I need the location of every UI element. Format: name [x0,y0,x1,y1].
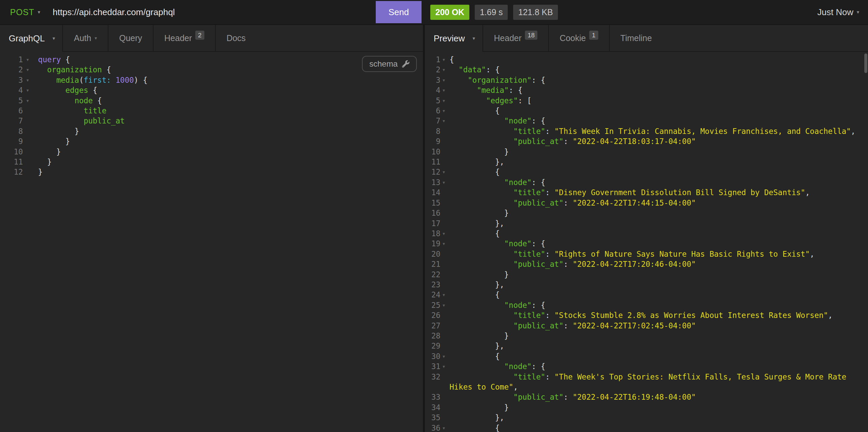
code-content: "node": { [450,361,868,371]
scrollbar-thumb[interactable] [864,54,867,73]
fold-toggle-icon[interactable]: ▾ [440,55,450,65]
schema-button[interactable]: schema [362,56,417,72]
code-content: "public_at": "2022-04-22T16:19:48-04:00" [450,392,868,402]
fold-toggle-icon[interactable]: ▾ [440,85,450,95]
code-content: "public_at": "2022-04-22T17:02:45-04:00" [450,321,868,331]
fold-toggle-icon[interactable]: ▾ [440,290,450,300]
send-button[interactable]: Send [376,1,422,23]
time-badge: 1.69 s [475,5,508,20]
fold-spacer [440,269,450,279]
gutter: 1▾ [425,55,450,65]
response-pane-header: Preview ▾ Header18Cookie1Timeline [425,25,868,52]
response-code: 1▾{2▾ "data": {3▾ "organization": {4▾ "m… [425,55,868,432]
fold-toggle-icon[interactable]: ▾ [440,65,450,75]
fold-spacer [440,310,450,320]
code-line: 12▾ { [425,167,868,177]
fold-toggle-icon[interactable]: ▾ [440,361,450,371]
code-line: 19▾ "node": { [425,238,868,248]
gutter: 6 [0,106,38,116]
url-input[interactable]: https://api.cheddar.com/graphql [53,7,423,18]
code-line: 1▾query { [0,55,423,65]
fold-toggle-icon[interactable]: ▾ [23,65,38,75]
code-line: 9 } [0,136,423,146]
gutter: 25▾ [425,300,450,310]
line-number: 35 [425,412,440,423]
fold-spacer [23,147,38,157]
request-editor[interactable]: 1▾query {2▾ organization {3▾ media(first… [0,52,423,432]
tab-cookie[interactable]: Cookie1 [548,25,609,51]
line-number: 1 [0,55,23,65]
tab-auth[interactable]: Auth▾ [62,25,107,51]
history-dropdown[interactable]: Just Now ▾ [817,7,859,18]
fold-spacer [440,341,450,351]
code-content: public_at [38,116,423,126]
schema-button-label: schema [369,59,398,69]
fold-toggle-icon[interactable]: ▾ [440,75,450,85]
code-line: 8 } [0,126,423,136]
code-line: 36▾ { [425,423,868,432]
tab-header[interactable]: Header2 [153,25,215,51]
fold-toggle-icon[interactable]: ▾ [440,167,450,177]
url-bar: POST ▾ https://api.cheddar.com/graphql S… [0,0,423,24]
tab-timeline[interactable]: Timeline [609,25,663,51]
method-dropdown[interactable]: POST ▾ [0,7,41,17]
code-line: 23 }, [425,279,868,290]
fold-toggle-icon[interactable]: ▾ [440,300,450,310]
code-line: 5▾ node { [0,96,423,106]
fold-toggle-icon[interactable]: ▾ [440,96,450,106]
fold-toggle-icon[interactable]: ▾ [440,351,450,361]
wrench-icon [402,60,409,68]
fold-toggle-icon[interactable]: ▾ [440,238,450,248]
fold-spacer [440,147,450,157]
fold-toggle-icon[interactable]: ▾ [440,177,450,188]
tab-count-badge: 18 [525,31,537,40]
response-editor[interactable]: 1▾{2▾ "data": {3▾ "organization": {4▾ "m… [425,52,868,432]
line-number: 32 [425,372,440,392]
fold-toggle-icon[interactable]: ▾ [440,106,450,116]
fold-toggle-icon[interactable]: ▾ [23,55,38,65]
fold-spacer [440,218,450,228]
line-number: 9 [425,136,440,146]
gutter: 21 [425,259,450,269]
size-badge: 121.8 KB [513,5,558,20]
tab-header[interactable]: Header18 [483,25,548,51]
tab-label: Auth [74,33,91,43]
fold-spacer [23,126,38,136]
gutter: 29 [425,341,450,351]
line-number: 4 [425,85,440,95]
tab-count-badge: 2 [195,31,205,40]
fold-toggle-icon[interactable]: ▾ [23,75,38,85]
tab-docs[interactable]: Docs [215,25,256,51]
request-pane-header: GraphQL ▾ Auth▾QueryHeader2Docs [0,25,423,52]
fold-toggle-icon[interactable]: ▾ [440,423,450,432]
fold-toggle-icon[interactable]: ▾ [440,228,450,238]
line-number: 16 [425,208,440,218]
line-number: 33 [425,392,440,402]
code-content: { [450,351,868,361]
code-line: 7▾ "node": { [425,116,868,126]
fold-spacer [440,372,450,392]
tab-query[interactable]: Query [108,25,153,51]
code-content: { [450,290,868,300]
code-content: "edges": [ [450,96,868,106]
chevron-down-icon: ▾ [95,35,97,41]
line-number: 22 [425,269,440,279]
gutter: 3▾ [0,75,38,85]
code-content: { [450,106,868,116]
fold-toggle-icon[interactable]: ▾ [23,96,38,106]
code-line: 12} [0,167,423,177]
body-type-dropdown[interactable]: GraphQL ▾ [0,25,62,52]
gutter: 10 [0,147,38,157]
fold-toggle-icon[interactable]: ▾ [23,85,38,95]
line-number: 12 [0,167,23,177]
fold-spacer [440,208,450,218]
line-number: 1 [425,55,440,65]
gutter: 2▾ [425,65,450,75]
fold-toggle-icon[interactable]: ▾ [440,116,450,126]
preview-mode-dropdown[interactable]: Preview ▾ [425,25,483,52]
line-number: 25 [425,300,440,310]
gutter: 20 [425,249,450,259]
code-line: 2▾ "data": { [425,65,868,75]
gutter: 31▾ [425,361,450,371]
gutter: 33 [425,392,450,402]
